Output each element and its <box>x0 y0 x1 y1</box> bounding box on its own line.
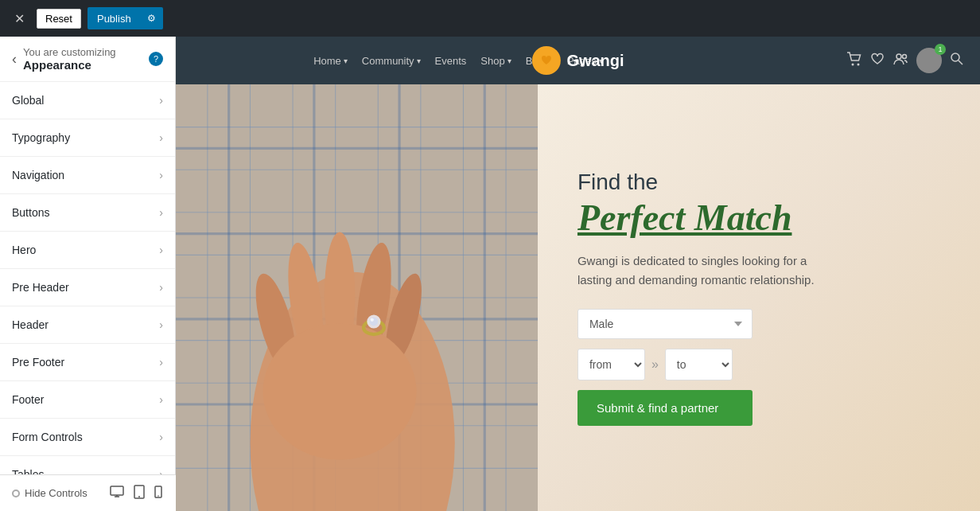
nav-item-community[interactable]: Community ▾ <box>362 55 421 67</box>
site-logo: Gwangi <box>531 46 624 75</box>
publish-group: Publish ⚙ <box>88 7 163 29</box>
bottom-bar: Hide Controls <box>0 474 176 511</box>
sidebar-item-label: Pre Header <box>12 281 69 294</box>
svg-point-6 <box>158 495 159 497</box>
info-button[interactable]: ? <box>149 52 163 66</box>
sidebar-title: Appearance <box>23 58 116 72</box>
svg-rect-0 <box>111 486 123 495</box>
svg-point-50 <box>371 318 374 322</box>
sidebar-item-typography[interactable]: Typography › <box>0 119 175 157</box>
wishlist-icon[interactable] <box>870 53 885 68</box>
site-header: Gwangi Home ▾ Community ▾ Events Shop ▾ … <box>176 37 980 84</box>
age-row: from » to <box>578 349 940 380</box>
chevron-icon: › <box>159 281 163 294</box>
chevron-icon: › <box>159 356 163 369</box>
gender-select[interactable]: Male Female <box>578 309 752 339</box>
chevron-icon: › <box>159 468 163 474</box>
sidebar-item-label: Buttons <box>12 206 49 219</box>
chevron-icon: › <box>159 169 163 181</box>
sidebar-item-tables[interactable]: Tables › <box>0 456 175 474</box>
chevron-icon: › <box>159 94 163 107</box>
svg-point-46 <box>263 323 417 460</box>
close-button[interactable]: ✕ <box>8 7 30 29</box>
site-nav: Gwangi Home ▾ Community ▾ Events Shop ▾ … <box>176 48 980 73</box>
reset-button[interactable]: Reset <box>37 9 81 29</box>
nav-item-home[interactable]: Home ▾ <box>313 55 348 67</box>
svg-point-49 <box>370 318 379 326</box>
age-from-select[interactable]: from <box>578 349 645 380</box>
customizer-sidebar: ‹ You are customizing Appearance ? Globa… <box>0 37 176 474</box>
sidebar-item-pre-footer[interactable]: Pre Footer › <box>0 344 175 381</box>
nav-item-shop[interactable]: Shop ▾ <box>480 55 511 67</box>
svg-point-8 <box>857 64 859 66</box>
sidebar-item-header[interactable]: Header › <box>0 306 175 344</box>
nav-item-events[interactable]: Events <box>435 55 467 67</box>
hero-title: Perfect Match <box>578 198 940 239</box>
mobile-view-button[interactable] <box>153 483 164 504</box>
sidebar-item-label: Typography <box>12 131 70 144</box>
desktop-view-button[interactable] <box>108 483 126 504</box>
svg-point-4 <box>138 496 140 497</box>
hide-controls-label: Hide Controls <box>25 487 88 499</box>
age-to-select[interactable]: to <box>665 349 733 380</box>
hide-controls-toggle[interactable]: Hide Controls <box>12 487 88 499</box>
nav-icons: 1 <box>846 48 964 73</box>
chevron-icon: › <box>159 393 163 406</box>
hero-form: Male Female from » to Submit & find a pa… <box>578 309 940 426</box>
sidebar-item-footer[interactable]: Footer › <box>0 381 175 419</box>
tablet-view-button[interactable] <box>132 483 146 504</box>
sidebar-item-label: Hero <box>12 244 36 256</box>
preview-area: Gwangi Home ▾ Community ▾ Events Shop ▾ … <box>176 37 980 511</box>
submit-button[interactable]: Submit & find a partner <box>578 390 752 426</box>
chevron-icon: › <box>159 206 163 219</box>
friends-icon[interactable] <box>892 53 908 68</box>
sidebar-item-label: Global <box>12 94 44 107</box>
chevron-icon: › <box>159 431 163 443</box>
publish-button[interactable]: Publish <box>88 7 141 29</box>
svg-point-11 <box>951 53 959 61</box>
age-arrow-icon: » <box>651 357 659 372</box>
search-icon[interactable] <box>950 52 964 69</box>
sidebar-panel: ‹ You are customizing Appearance ? Globa… <box>0 37 176 511</box>
sidebar-item-pre-header[interactable]: Pre Header › <box>0 269 175 306</box>
customizing-label: You are customizing <box>23 46 116 58</box>
hero-subtitle: Find the <box>578 170 940 195</box>
hero-section: Find the Perfect Match Gwangi is dedicat… <box>176 84 980 511</box>
hide-controls-circle <box>12 490 20 497</box>
svg-point-10 <box>902 55 906 59</box>
sidebar-item-navigation[interactable]: Navigation › <box>0 157 175 194</box>
sidebar-item-label: Form Controls <box>12 431 83 443</box>
cart-icon[interactable] <box>846 52 862 69</box>
sidebar-item-label: Pre Footer <box>12 356 64 369</box>
publish-gear-button[interactable]: ⚙ <box>141 7 163 29</box>
sidebar-item-global[interactable]: Global › <box>0 82 175 119</box>
sidebar-menu: Global › Typography › Navigation › Butto… <box>0 82 175 474</box>
customizer-toolbar: ✕ Reset Publish ⚙ <box>0 0 980 37</box>
chevron-icon: › <box>159 131 163 144</box>
hero-content: Find the Perfect Match Gwangi is dedicat… <box>538 84 980 511</box>
back-button[interactable]: ‹ <box>12 52 17 66</box>
logo-text: Gwangi <box>566 52 624 70</box>
sidebar-item-buttons[interactable]: Buttons › <box>0 194 175 232</box>
sidebar-item-label: Tables <box>12 468 44 474</box>
profile-badge: 1 <box>935 44 946 55</box>
chevron-icon: › <box>159 244 163 256</box>
sidebar-item-label: Header <box>12 318 49 331</box>
bottom-bar-icons <box>108 483 164 504</box>
svg-point-9 <box>896 54 901 59</box>
sidebar-item-hero[interactable]: Hero › <box>0 232 175 269</box>
sidebar-header: ‹ You are customizing Appearance ? <box>0 37 175 82</box>
sidebar-item-label: Footer <box>12 393 44 406</box>
logo-heart-icon <box>531 46 560 75</box>
sidebar-item-label: Navigation <box>12 169 64 181</box>
svg-line-12 <box>959 60 962 64</box>
main-area: ‹ You are customizing Appearance ? Globa… <box>0 37 980 511</box>
avatar[interactable]: 1 <box>916 48 942 73</box>
hero-image <box>176 84 538 511</box>
chevron-icon: › <box>159 318 163 331</box>
svg-point-7 <box>851 64 854 66</box>
hero-description: Gwangi is dedicated to singles looking f… <box>578 252 816 290</box>
sidebar-item-form-controls[interactable]: Form Controls › <box>0 419 175 456</box>
sidebar-header-info-block: You are customizing Appearance <box>23 46 116 72</box>
